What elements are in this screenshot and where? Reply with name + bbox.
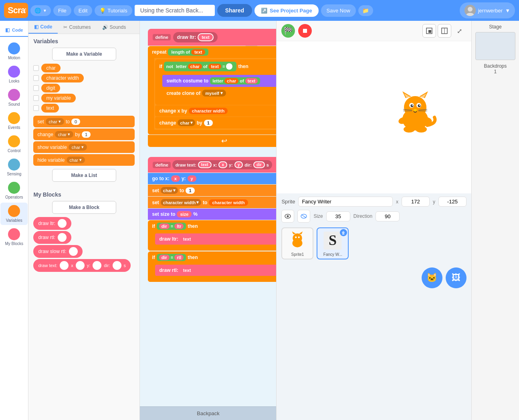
set-char-width-block[interactable]: set character width ▾ to character width [148, 197, 276, 208]
user-menu[interactable]: jernwerber ▼ [460, 2, 515, 18]
add-cat-button[interactable]: 🐱 [422, 267, 442, 288]
backpack-bar[interactable]: Backpack [140, 406, 276, 420]
y-input[interactable] [438, 197, 466, 207]
svg-point-39 [293, 239, 303, 247]
show-var-dropdown[interactable]: char ▾ [69, 144, 87, 151]
repeat-footer [148, 130, 276, 135]
file-menu[interactable]: File [53, 5, 71, 16]
draw-text-arg2 [76, 261, 85, 270]
draw-ltr-call[interactable]: draw ltr: text [155, 233, 276, 245]
myblock-draw-slow-rtl[interactable]: draw slow rtl: [33, 245, 135, 258]
show-variable-block[interactable]: show variable char ▾ [33, 141, 135, 153]
sound-label: Sound [8, 102, 20, 107]
sidebar-item-sound[interactable]: Sound [0, 86, 28, 109]
control-dot [8, 135, 20, 147]
hide-variable-block[interactable]: hide variable char ▾ [33, 154, 135, 166]
tutorials-button[interactable]: 💡 Tutorials [95, 5, 132, 16]
see-project-button[interactable]: ↗️ See Project Page [254, 4, 319, 17]
var-pill-character-width[interactable]: character width [41, 74, 83, 82]
make-block-button[interactable]: Make a Block [52, 201, 116, 214]
if-block-1[interactable]: if not letter char of text = [155, 59, 276, 105]
set-size-block[interactable]: set size to size % [148, 209, 276, 220]
sidebar-item-operators[interactable]: Operators [0, 179, 28, 202]
make-variable-button[interactable]: Make a Variable [52, 48, 116, 60]
goto-xy-block[interactable]: go to x: x y: y [148, 173, 276, 184]
change-x-block[interactable]: change x by character width [155, 105, 276, 117]
hide-var-dropdown[interactable]: char ▾ [67, 157, 85, 163]
save-now-button[interactable]: Save Now [321, 4, 356, 17]
myblock-draw-rtl[interactable]: draw rtl: [33, 231, 135, 244]
tab-code-panel[interactable]: ◧ Code [28, 21, 58, 34]
control-label: Control [8, 149, 20, 153]
set-char-dropdown[interactable]: char ▾ [46, 118, 64, 125]
sprite-info-row: Sprite x y [281, 197, 466, 207]
var-row-my-variable: my variable [33, 94, 135, 102]
myblock-draw-text[interactable]: draw text: x y: dir: s [33, 259, 135, 272]
shared-button[interactable]: Shared [217, 4, 252, 17]
tab-code[interactable]: ◧ Code [0, 24, 28, 37]
sidebar-item-looks[interactable]: Looks [0, 63, 28, 86]
var-pill-my-variable[interactable]: my variable [41, 94, 75, 102]
var-check-character-width[interactable] [33, 75, 39, 81]
add-from-library-button[interactable]: 🖼 [446, 267, 466, 288]
sprite-delete-button[interactable]: 🗑 [340, 229, 347, 236]
make-list-button[interactable]: Make a List [52, 169, 116, 182]
change-char-block[interactable]: change char ▾ by 1 [33, 129, 135, 140]
repeat-block[interactable]: repeat length of text if [148, 46, 276, 135]
var-check-my-variable[interactable] [33, 95, 39, 101]
svg-point-19 [412, 105, 413, 106]
direction-input[interactable] [376, 211, 400, 221]
green-flag-button[interactable]: 🏁 [281, 24, 295, 38]
hide-sprite-button[interactable] [297, 210, 310, 223]
show-sprite-button[interactable] [281, 210, 294, 223]
var-pill-text[interactable]: text [41, 104, 59, 113]
svg-point-2 [468, 7, 473, 12]
stop-button[interactable] [298, 24, 312, 38]
switch-costume-block[interactable]: switch costume to letter char of text [162, 75, 276, 87]
var-pill-char[interactable]: char [41, 64, 60, 72]
define-block[interactable]: define draw ltr: text [148, 29, 276, 46]
sidebar-item-variables[interactable]: Variables [0, 203, 28, 225]
change-char-var-block[interactable]: change char ▾ by 1 [155, 117, 276, 129]
draw-rtl-call[interactable]: draw rtl: text [155, 265, 276, 276]
sprite-name-input[interactable] [298, 197, 392, 207]
var-check-text[interactable] [33, 105, 39, 111]
layout-small-button[interactable] [422, 24, 436, 38]
var-check-digit[interactable] [33, 85, 39, 91]
code-canvas[interactable]: S define draw ltr: text repeat [140, 21, 276, 404]
scratch-logo[interactable]: Scratch [4, 3, 28, 18]
stage-thumbnail[interactable] [475, 32, 515, 60]
sidebar-item-events[interactable]: Events [0, 110, 28, 132]
sidebar-item-control[interactable]: Control [0, 133, 28, 155]
size-input[interactable] [326, 211, 350, 221]
tab-sounds[interactable]: 🔊 Sounds [97, 21, 132, 34]
folder-button[interactable]: 📁 [358, 5, 373, 16]
sidebar-item-myblocks[interactable]: My Blocks [0, 226, 28, 248]
define-draw-text-block[interactable]: define draw text: text x: x y: y dir: di… [148, 157, 276, 173]
myblock-draw-ltr[interactable]: draw ltr: [33, 217, 135, 230]
tab-costumes[interactable]: ✂ Costumes [58, 21, 96, 34]
fullscreen-button[interactable]: ⤢ [453, 24, 466, 38]
category-panel: ◧ Code Motion Looks Sound Events Control… [0, 21, 28, 420]
set-char-to-1-block[interactable]: set char ▾ to 1 [148, 185, 276, 196]
sprite-thumb-sprite1[interactable]: Sprite1 [281, 227, 313, 259]
sprite-thumb-fancy-writer[interactable]: 🗑 S Fancy W... [317, 227, 349, 259]
if-dir-rtl[interactable]: if dir = rtl then draw rtl: text [148, 251, 276, 282]
svg-marker-35 [292, 231, 296, 234]
if-dir-ltr[interactable]: if dir = ltr then draw ltr: text [148, 220, 276, 251]
char-arrow-icon: ▾ [190, 120, 193, 125]
x-input[interactable] [402, 197, 430, 207]
var-check-char[interactable] [33, 65, 39, 71]
change-char-dropdown[interactable]: char ▾ [55, 131, 73, 138]
sidebar-item-sensing[interactable]: Sensing [0, 156, 28, 179]
var-row-char: char [33, 64, 135, 72]
language-button[interactable]: 🌐 ▼ [30, 5, 51, 16]
sidebar-item-motion[interactable]: Motion [0, 40, 28, 62]
project-name-input[interactable] [135, 5, 215, 16]
layout-large-button[interactable] [438, 24, 451, 38]
var-row-text: text [33, 104, 135, 113]
create-clone-block[interactable]: create clone of myself ▾ [162, 87, 276, 99]
var-pill-digit[interactable]: digit [41, 84, 60, 92]
set-char-block[interactable]: set char ▾ to 0 [33, 116, 135, 127]
edit-menu[interactable]: Edit [74, 5, 92, 16]
